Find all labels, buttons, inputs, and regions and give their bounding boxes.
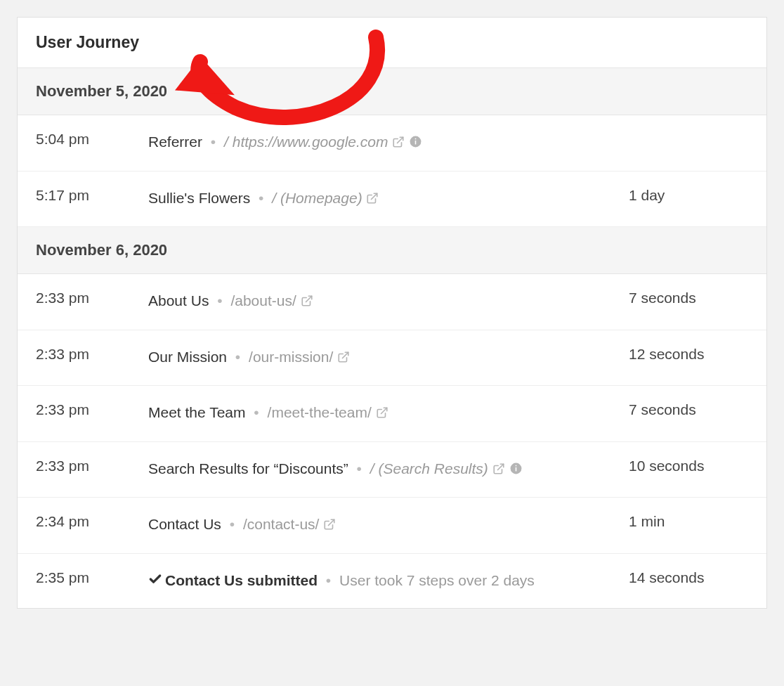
separator-dot: •: [213, 292, 226, 309]
entry-path: / https://www.google.com: [224, 134, 392, 150]
journey-entry: 2:33 pmSearch Results for “Discounts” • …: [18, 442, 766, 498]
entry-description: Contact Us • /contact-us/: [148, 513, 629, 538]
entry-time: 2:33 pm: [36, 458, 148, 474]
entry-title: Our Mission: [148, 349, 227, 365]
svg-line-4: [372, 193, 377, 199]
svg-line-12: [329, 520, 334, 526]
svg-line-5: [306, 296, 311, 302]
check-icon: [148, 570, 162, 593]
separator-dot: •: [207, 134, 220, 150]
info-icon[interactable]: [509, 459, 523, 482]
entry-time: 5:04 pm: [36, 131, 148, 148]
journey-entry: 2:33 pmMeet the Team • /meet-the-team/ 7…: [18, 386, 766, 442]
separator-dot: •: [322, 572, 335, 588]
separator-dot: •: [226, 516, 239, 532]
entry-title: Contact Us submitted: [165, 572, 318, 588]
journey-entry: 5:04 pmReferrer • / https://www.google.c…: [18, 115, 766, 172]
svg-line-8: [497, 464, 503, 470]
entry-time: 2:33 pm: [36, 346, 148, 363]
entry-path: / (Homepage): [272, 190, 366, 206]
entry-time: 2:33 pm: [36, 401, 148, 418]
entry-summary: User took 7 steps over 2 days: [339, 572, 535, 588]
entry-description: Our Mission • /our-mission/: [148, 346, 629, 370]
external-link-icon[interactable]: [376, 403, 388, 426]
separator-dot: •: [250, 404, 263, 420]
panel-title: User Journey: [18, 18, 766, 68]
external-link-icon[interactable]: [301, 291, 313, 314]
external-link-icon[interactable]: [366, 188, 379, 212]
external-link-icon[interactable]: [323, 514, 336, 538]
entry-path: / (Search Results): [370, 460, 492, 477]
entry-duration: 7 seconds: [629, 401, 748, 418]
entry-path: /meet-the-team/: [268, 404, 376, 420]
entry-description: Search Results for “Discounts” • / (Sear…: [148, 458, 629, 482]
entry-duration: 14 seconds: [629, 569, 748, 586]
date-header: November 6, 2020: [18, 227, 766, 274]
entry-duration: 10 seconds: [629, 458, 748, 474]
entry-title: Sullie's Flowers: [148, 190, 250, 206]
entry-time: 2:33 pm: [36, 290, 148, 306]
entry-title: Meet the Team: [148, 404, 246, 420]
entry-path: /about-us/: [230, 292, 300, 309]
entry-description: Referrer • / https://www.google.com: [148, 131, 629, 155]
entry-description: Contact Us submitted • User took 7 steps…: [148, 569, 629, 593]
entry-path: /contact-us/: [243, 516, 323, 532]
journey-entry: 2:33 pmOur Mission • /our-mission/ 12 se…: [18, 330, 766, 387]
entry-duration: 1 day: [629, 187, 748, 204]
entry-duration: 1 min: [629, 513, 748, 530]
external-link-icon[interactable]: [337, 347, 350, 370]
svg-line-7: [381, 408, 386, 413]
journey-entry: 2:34 pmContact Us • /contact-us/ 1 min: [18, 498, 766, 554]
date-header: November 5, 2020: [18, 68, 766, 115]
entry-title: About Us: [148, 292, 209, 309]
svg-line-6: [343, 352, 348, 358]
user-journey-panel: User Journey November 5, 20205:04 pmRefe…: [17, 17, 767, 609]
external-link-icon[interactable]: [392, 132, 405, 155]
journey-entry: 2:35 pmContact Us submitted • User took …: [18, 554, 766, 609]
entry-time: 5:17 pm: [36, 187, 148, 204]
svg-rect-11: [515, 465, 516, 466]
separator-dot: •: [254, 190, 268, 206]
entry-title: Referrer: [148, 134, 202, 150]
entry-description: Sullie's Flowers • / (Homepage): [148, 187, 629, 212]
entry-title: Contact Us: [148, 516, 221, 532]
svg-line-0: [398, 137, 403, 143]
svg-rect-2: [415, 141, 417, 145]
entry-time: 2:35 pm: [36, 569, 148, 586]
entry-duration: 12 seconds: [629, 346, 748, 363]
separator-dot: •: [353, 460, 366, 477]
svg-rect-10: [515, 467, 516, 472]
info-icon[interactable]: [409, 132, 422, 155]
entry-description: About Us • /about-us/: [148, 290, 629, 314]
entry-time: 2:34 pm: [36, 513, 148, 530]
separator-dot: •: [231, 349, 244, 365]
entry-duration: 7 seconds: [629, 290, 748, 306]
journey-entry: 2:33 pmAbout Us • /about-us/ 7 seconds: [18, 274, 766, 330]
entry-path: /our-mission/: [249, 349, 337, 365]
entry-description: Meet the Team • /meet-the-team/: [148, 401, 629, 426]
journey-entry: 5:17 pmSullie's Flowers • / (Homepage) 1…: [18, 172, 766, 228]
entry-title: Search Results for “Discounts”: [148, 460, 348, 477]
svg-rect-3: [415, 138, 417, 140]
external-link-icon[interactable]: [492, 459, 505, 482]
